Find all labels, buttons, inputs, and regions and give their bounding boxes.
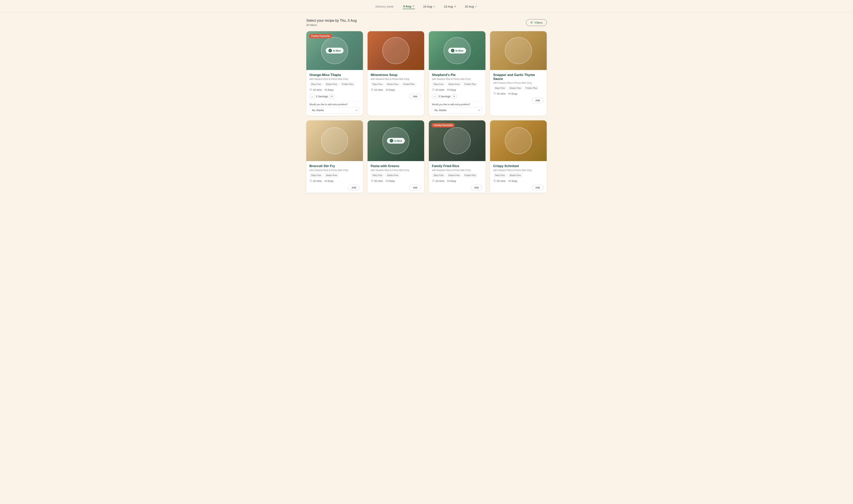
chef-icon: 🍽 xyxy=(447,179,450,182)
time-value: 15 mins xyxy=(374,88,383,91)
family-badge: Family Favourite xyxy=(309,34,332,38)
recipe-title: Crispy Schnitzel xyxy=(493,164,544,168)
clock-icon: ⏱ xyxy=(493,179,496,182)
family-badge: Family Favourite xyxy=(432,123,455,127)
recipe-tags: Diary FreeGluten-FreeProtein Plus xyxy=(371,83,421,86)
extra-protein-select[interactable]: No, thanks xyxy=(432,107,482,113)
recipe-body-schnitzel: Crispy Schnitzelwith Sesame Rice & Ponzu… xyxy=(490,161,547,193)
add-button[interactable]: Add xyxy=(532,97,544,103)
add-button[interactable]: Add xyxy=(409,185,421,190)
plate-visual xyxy=(321,127,348,154)
recipe-time: ⏱20 mins xyxy=(371,179,383,182)
recipe-image-broccoli-stir xyxy=(306,120,363,161)
recipe-tags: Diary FreeGluten-FreeProtein Plus xyxy=(432,174,482,177)
recipe-card-family-rice: Family FavouriteFamily Fried Ricewith Se… xyxy=(429,120,486,193)
increase-servings-button[interactable]: + xyxy=(452,94,457,99)
recipe-card-schnitzel: Crispy Schnitzelwith Sesame Rice & Ponzu… xyxy=(490,120,547,193)
add-button[interactable]: Add xyxy=(532,185,544,190)
add-button[interactable]: Add xyxy=(471,185,482,190)
recipe-tags: Diary FreeGluten-FreeProtein Plus xyxy=(432,83,482,86)
decrease-servings-button[interactable]: − xyxy=(432,94,437,99)
extra-protein-section: Would you like to add extra proteins?No,… xyxy=(432,101,482,113)
add-button[interactable]: Add xyxy=(409,94,421,99)
extra-protein-label: Would you like to add extra proteins? xyxy=(432,103,482,106)
difficulty-value: Easy xyxy=(328,88,334,91)
main-content: Select your recipe by Thu, 5 Aug 20 Menu… xyxy=(298,13,555,199)
recipe-meta: ⏱15 mins🍽Easy xyxy=(309,88,360,91)
clock-icon: ⏱ xyxy=(432,179,435,182)
week-tab-aug30[interactable]: 30 Aug✓ xyxy=(465,4,478,9)
week-tab-aug9[interactable]: 9 Aug✓ xyxy=(403,4,415,9)
recipe-tag: Protein Plus xyxy=(462,83,477,86)
recipe-tag: Protein Plus xyxy=(462,174,477,177)
difficulty-value: Easy xyxy=(451,180,456,182)
recipe-tag: Gluten-Free xyxy=(324,174,339,177)
recipe-difficulty: 🍽Easy xyxy=(447,88,456,91)
recipe-tag: Protein Plus xyxy=(340,83,355,86)
menu-count: 20 Menu xyxy=(306,23,357,26)
recipe-tag: Gluten-Free xyxy=(447,83,461,86)
in-box-check-icon: ✓ xyxy=(328,49,332,52)
recipe-body-pasta-greens: Pasta with Greenswith Sesame Rice & Ponz… xyxy=(367,161,424,193)
week-tab-aug23[interactable]: 23 Aug✕ xyxy=(443,4,457,9)
recipe-subtitle: with Sesame Rice & Ponzu Bok Choy xyxy=(432,78,482,80)
check-icon: ✓ xyxy=(433,5,435,8)
filter-button[interactable]: Filters xyxy=(526,19,547,26)
week-label: 16 Aug xyxy=(423,5,432,8)
recipe-image-shepherds-pie: ✓In Box xyxy=(429,31,486,70)
decrease-servings-button[interactable]: − xyxy=(309,94,315,99)
recipe-image-schnitzel xyxy=(490,120,547,161)
in-box-check-icon: ✓ xyxy=(451,49,454,52)
recipe-difficulty: 🍽Easy xyxy=(325,179,334,182)
recipe-image-minestrone xyxy=(367,31,424,70)
chef-icon: 🍽 xyxy=(508,179,511,182)
chef-icon: 🍽 xyxy=(447,88,450,91)
recipe-tag: Gluten-Free xyxy=(385,83,400,86)
difficulty-value: Easy xyxy=(389,180,395,182)
recipe-card-pasta-greens: ✓In BoxPasta with Greenswith Sesame Rice… xyxy=(367,120,424,193)
in-box-badge: ✓In Box xyxy=(326,48,344,54)
recipe-card-orange-miso: Family Favourite✓In BoxOrange-Miso Tilap… xyxy=(306,31,363,116)
recipe-time: ⏱20 mins xyxy=(309,179,322,182)
recipe-tag: Diary Free xyxy=(432,83,445,86)
extra-protein-select[interactable]: No, thanks xyxy=(309,107,360,113)
check-icon: ✓ xyxy=(475,5,477,8)
recipe-tag: Gluten-Free xyxy=(385,174,400,177)
in-box-badge: ✓In Box xyxy=(448,48,466,54)
recipe-title: Minestrone Soup xyxy=(371,73,421,77)
recipe-tag: Diary Free xyxy=(371,83,384,86)
recipe-subtitle: with Sesame Rice & Ponzu Bok Choy xyxy=(371,78,421,80)
clock-icon: ⏱ xyxy=(371,88,374,91)
in-box-label: In Box xyxy=(333,49,341,52)
recipe-controls-row: −2 Servings+ xyxy=(432,94,482,99)
recipe-time: ⏱25 mins xyxy=(493,179,506,182)
recipe-image-family-rice: Family Favourite xyxy=(429,120,486,161)
week-tab-aug16[interactable]: 16 Aug✓ xyxy=(423,4,436,9)
recipe-tag: Gluten-Free xyxy=(508,174,523,177)
recipe-difficulty: 🍽Easy xyxy=(386,88,395,91)
time-value: 25 mins xyxy=(497,180,506,182)
recipe-meta: ⏱15 mins🍽Easy xyxy=(432,88,482,91)
difficulty-value: Easy xyxy=(512,180,518,182)
add-button[interactable]: Add xyxy=(348,185,360,190)
recipe-subtitle: with Sesame Rice & Ponzu Bok Choy xyxy=(432,169,482,172)
extra-protein-section: Would you like to add extra proteins?No,… xyxy=(309,101,360,113)
clock-icon: ⏱ xyxy=(309,179,312,182)
time-value: 20 mins xyxy=(313,180,322,182)
time-value: 20 mins xyxy=(374,180,383,182)
recipe-image-bg-orange-miso: Family Favourite✓In Box xyxy=(306,31,363,70)
chef-icon: 🍽 xyxy=(325,179,327,182)
recipe-image-snapper xyxy=(490,31,547,70)
recipe-image-bg-minestrone xyxy=(367,31,424,70)
increase-servings-button[interactable]: + xyxy=(329,94,334,99)
difficulty-value: Easy xyxy=(328,180,334,182)
recipe-time: ⏱15 mins xyxy=(371,88,383,91)
recipe-image-bg-schnitzel xyxy=(490,120,547,161)
recipe-controls-row: Add xyxy=(493,185,544,190)
chef-icon: 🍽 xyxy=(508,92,511,95)
recipe-difficulty: 🍽Easy xyxy=(386,179,395,182)
filter-label: Filters xyxy=(535,21,543,24)
recipe-body-minestrone: Minestrone Soupwith Sesame Rice & Ponzu … xyxy=(367,70,424,116)
recipe-tag: Gluten-Free xyxy=(324,83,339,86)
extra-protein-label: Would you like to add extra proteins? xyxy=(309,103,360,106)
